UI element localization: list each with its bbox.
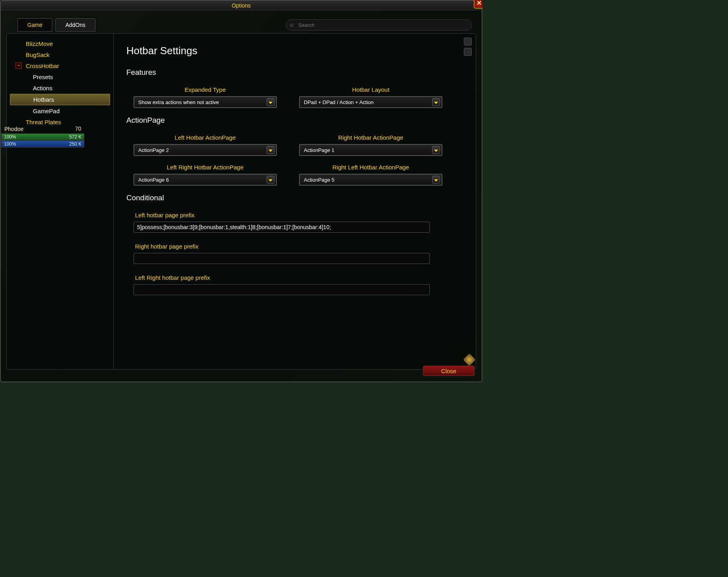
right-prefix-input[interactable] <box>133 253 430 264</box>
leftright-actionpage-dropdown[interactable]: ActionPage 6 <box>133 174 277 186</box>
mp-val: 250 K <box>69 141 82 147</box>
sidebar-item-actions[interactable]: Actions <box>10 83 110 93</box>
dropdown-value: ActionPage 2 <box>138 147 169 153</box>
footer: Close <box>423 366 475 376</box>
dropdown-value: ActionPage 1 <box>304 147 334 153</box>
right-actionpage-dropdown[interactable]: ActionPage 1 <box>299 144 442 156</box>
tab-addons[interactable]: AddOns <box>55 18 95 32</box>
expanded-type-label: Expanded Type <box>133 86 277 93</box>
options-window: Options ✕ Game AddOns BlizzMove BugSack … <box>0 0 482 382</box>
left-prefix-label: Left hotbar page prefix <box>135 212 463 218</box>
dropdown-value: ActionPage 5 <box>304 177 334 183</box>
sidebar-item-bugsack[interactable]: BugSack <box>10 49 110 60</box>
actionpage-row2: Left Right Hotbar ActionPage ActionPage … <box>126 164 463 186</box>
chevron-down-icon <box>432 176 440 184</box>
leftright-prefix-input[interactable] <box>133 284 430 295</box>
right-prefix-label: Right hotbar page prefix <box>135 243 463 250</box>
conditional-heading: Conditional <box>126 194 463 202</box>
actionpage-row1: Left Hotbar ActionPage ActionPage 2 Righ… <box>126 134 463 156</box>
sidebar: BlizzMove BugSack − CrossHotbar Presets … <box>7 34 114 369</box>
mp-pct: 100% <box>4 141 16 147</box>
chevron-down-icon <box>267 98 274 106</box>
left-prefix-input[interactable] <box>133 222 430 233</box>
close-button[interactable]: Close <box>423 366 475 376</box>
rightleft-actionpage-dropdown[interactable]: ActionPage 5 <box>299 174 442 186</box>
leftright-actionpage-label: Left Right Hotbar ActionPage <box>133 164 277 171</box>
close-icon[interactable]: ✕ <box>474 0 482 9</box>
mp-bar: 100% 250 K <box>1 140 84 148</box>
sidebar-item-threatplates[interactable]: Threat Plates <box>10 117 110 127</box>
window-title: Options <box>232 2 251 9</box>
left-actionpage-label: Left Hotbar ActionPage <box>133 134 277 141</box>
leftright-actionpage-field: Left Right Hotbar ActionPage ActionPage … <box>133 164 277 186</box>
expanded-type-field: Expanded Type Show extra actions when no… <box>133 86 277 108</box>
dropdown-value: DPad + DPad / Action + Action <box>304 99 374 105</box>
chevron-down-icon <box>432 98 440 106</box>
sidebar-item-label: CrossHotbar <box>26 63 59 69</box>
content: Hotbar Settings Features Expanded Type S… <box>114 34 476 369</box>
features-row: Expanded Type Show extra actions when no… <box>126 86 463 108</box>
collapse-icon[interactable]: − <box>15 63 22 69</box>
left-actionpage-dropdown[interactable]: ActionPage 2 <box>133 144 277 156</box>
chevron-down-icon <box>267 146 274 154</box>
titlebar: Options <box>1 1 482 10</box>
hp-pct: 100% <box>4 134 16 140</box>
sidebar-item-presets[interactable]: Presets <box>10 72 110 82</box>
hp-bar: 100% 572 K <box>1 133 84 140</box>
body: BlizzMove BugSack − CrossHotbar Presets … <box>6 33 476 370</box>
features-heading: Features <box>126 68 463 77</box>
panel-icon-2[interactable] <box>464 48 472 56</box>
page-title: Hotbar Settings <box>126 45 463 57</box>
expanded-type-dropdown[interactable]: Show extra actions when not active <box>133 96 277 108</box>
tab-game[interactable]: Game <box>17 18 52 32</box>
background-unitframe: Phodoe 70 100% 572 K 100% 250 K <box>1 125 84 148</box>
hotbar-layout-field: Hotbar Layout DPad + DPad / Action + Act… <box>299 86 442 108</box>
hotbar-layout-label: Hotbar Layout <box>299 86 442 93</box>
chevron-down-icon <box>267 176 274 184</box>
hotbar-layout-dropdown[interactable]: DPad + DPad / Action + Action <box>299 96 442 108</box>
hp-val: 572 K <box>69 134 82 140</box>
search-input[interactable] <box>286 19 472 30</box>
rightleft-actionpage-field: Right Left Hotbar ActionPage ActionPage … <box>299 164 442 186</box>
rightleft-actionpage-label: Right Left Hotbar ActionPage <box>299 164 442 171</box>
leftright-prefix-block: Left Right hotbar page prefix <box>126 274 463 295</box>
actionpage-heading: ActionPage <box>126 116 463 125</box>
left-actionpage-field: Left Hotbar ActionPage ActionPage 2 <box>133 134 277 156</box>
sidebar-item-gamepad[interactable]: GamePad <box>10 106 110 116</box>
panel-icon-1[interactable] <box>464 38 472 46</box>
right-prefix-block: Right hotbar page prefix <box>126 243 463 264</box>
chevron-down-icon <box>432 146 440 154</box>
sidebar-item-hotbars[interactable]: Hotbars <box>10 94 110 105</box>
leftright-prefix-label: Left Right hotbar page prefix <box>135 274 463 281</box>
right-actionpage-label: Right Hotbar ActionPage <box>299 134 442 141</box>
dropdown-value: Show extra actions when not active <box>138 99 219 105</box>
search-wrap <box>286 19 472 30</box>
sidebar-item-crosshotbar[interactable]: − CrossHotbar <box>10 61 110 71</box>
dropdown-value: ActionPage 6 <box>138 177 169 183</box>
right-actionpage-field: Right Hotbar ActionPage ActionPage 1 <box>299 134 442 156</box>
left-prefix-block: Left hotbar page prefix <box>126 212 463 233</box>
sidebar-item-blizzmove[interactable]: BlizzMove <box>10 38 110 49</box>
tabs-row: Game AddOns <box>1 10 482 32</box>
